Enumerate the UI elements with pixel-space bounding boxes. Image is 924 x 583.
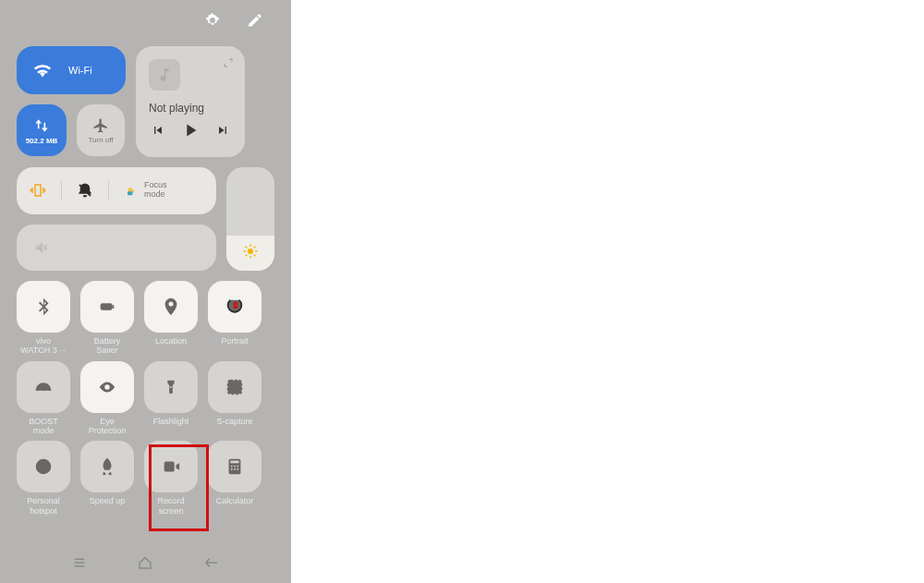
scissors-icon [225, 377, 245, 397]
divider [61, 180, 62, 200]
calculator-icon [225, 456, 245, 477]
svg-rect-14 [113, 305, 115, 309]
portrait-label: Portrait [221, 336, 248, 346]
vibrate-icon [30, 182, 46, 199]
eye-protection-label: Eye Protection [89, 417, 127, 436]
media-next-button[interactable] [215, 123, 230, 141]
svg-point-28 [231, 468, 233, 470]
dnd-icon [77, 182, 93, 199]
location-tile[interactable]: Location [144, 281, 198, 356]
topbar [0, 0, 291, 39]
tiles-area: Wi-Fi 502.2 MB Turn off [0, 39, 291, 516]
battery-saver-label: Battery Saver [94, 336, 121, 356]
album-art-placeholder [149, 59, 180, 91]
nav-back-button[interactable] [203, 554, 220, 575]
svg-point-4 [248, 249, 253, 254]
focus-mode-icon [124, 183, 139, 198]
eye-protection-tile[interactable]: Eye Protection [80, 361, 134, 436]
flashlight-icon [161, 377, 181, 397]
flashlight-label: Flashlight [153, 417, 189, 426]
rocket-icon [97, 456, 117, 477]
svg-point-26 [234, 466, 236, 468]
speed-up-label: Speed up [90, 496, 126, 505]
speed-up-tile[interactable]: Speed up [80, 441, 134, 516]
volume-mute-icon [31, 239, 48, 256]
personal-hotspot-tile[interactable]: Personal hotspot [17, 441, 70, 516]
svg-rect-1 [128, 192, 132, 196]
gauge-icon [33, 377, 54, 397]
wifi-tile[interactable]: Wi-Fi [17, 46, 126, 94]
portrait-lock-icon [225, 297, 245, 317]
record-screen-tile[interactable]: Record screen [144, 441, 198, 516]
wifi-label: Wi-Fi [68, 65, 92, 76]
edit-icon[interactable] [247, 12, 263, 32]
location-label: Location [155, 336, 187, 346]
settings-icon[interactable] [204, 12, 221, 32]
battery-icon [97, 297, 117, 317]
wifi-icon [33, 61, 52, 79]
bluetooth-label: vivo WATCH 3 ··· [20, 336, 67, 356]
music-note-icon [156, 67, 173, 83]
svg-point-30 [237, 468, 238, 470]
s-capture-tile[interactable]: S-capture [208, 361, 261, 436]
svg-rect-13 [101, 303, 113, 310]
bluetooth-icon [33, 297, 54, 317]
navigation-bar [0, 546, 291, 583]
media-player-tile[interactable]: Not playing [136, 46, 245, 157]
calculator-label: Calculator [216, 496, 254, 505]
expand-icon[interactable] [223, 55, 234, 72]
boost-mode-label: BOOST mode [29, 417, 58, 436]
focus-mode-button[interactable]: Focus mode [124, 181, 167, 200]
svg-point-25 [231, 466, 233, 468]
boost-mode-tile[interactable]: BOOST mode [17, 361, 70, 436]
svg-rect-24 [230, 461, 238, 464]
flashlight-tile[interactable]: Flashlight [144, 361, 198, 436]
eye-icon [97, 377, 117, 397]
focus-mode-label: Focus mode [144, 181, 167, 200]
battery-saver-tile[interactable]: Battery Saver [80, 281, 134, 356]
volume-slider[interactable] [17, 225, 216, 272]
svg-line-11 [246, 255, 248, 257]
svg-point-29 [234, 468, 236, 470]
brightness-icon [242, 243, 259, 260]
hotspot-icon [33, 456, 54, 477]
portrait-tile[interactable]: Portrait [208, 281, 261, 356]
location-icon [161, 297, 181, 317]
media-status: Not playing [149, 102, 232, 115]
divider [108, 180, 109, 200]
nav-recents-button[interactable] [71, 554, 88, 575]
brightness-slider[interactable] [226, 167, 274, 271]
media-play-button[interactable] [180, 120, 201, 144]
personal-hotspot-label: Personal hotspot [27, 496, 60, 516]
calculator-tile[interactable]: Calculator [208, 441, 261, 516]
svg-point-27 [237, 466, 238, 468]
svg-line-10 [254, 255, 256, 257]
video-camera-icon [161, 456, 181, 477]
airplane-icon [92, 117, 109, 134]
s-capture-label: S-capture [216, 417, 252, 426]
airplane-mode-tile[interactable]: Turn off [77, 104, 125, 156]
data-arrows-icon [32, 116, 51, 135]
bluetooth-tile[interactable]: vivo WATCH 3 ··· [17, 281, 70, 356]
svg-line-12 [254, 247, 256, 249]
svg-rect-15 [234, 305, 238, 309]
modes-tile[interactable]: Focus mode [17, 167, 216, 214]
nav-home-button[interactable] [137, 554, 153, 575]
data-usage: 502.2 MB [26, 137, 58, 145]
svg-point-22 [37, 460, 51, 474]
control-center-panel: Wi-Fi 502.2 MB Turn off [0, 0, 291, 583]
record-screen-label: Record screen [157, 496, 184, 516]
airplane-label: Turn off [88, 136, 113, 144]
svg-line-9 [246, 247, 248, 249]
mobile-data-tile[interactable]: 502.2 MB [17, 104, 67, 156]
media-prev-button[interactable] [151, 123, 165, 141]
